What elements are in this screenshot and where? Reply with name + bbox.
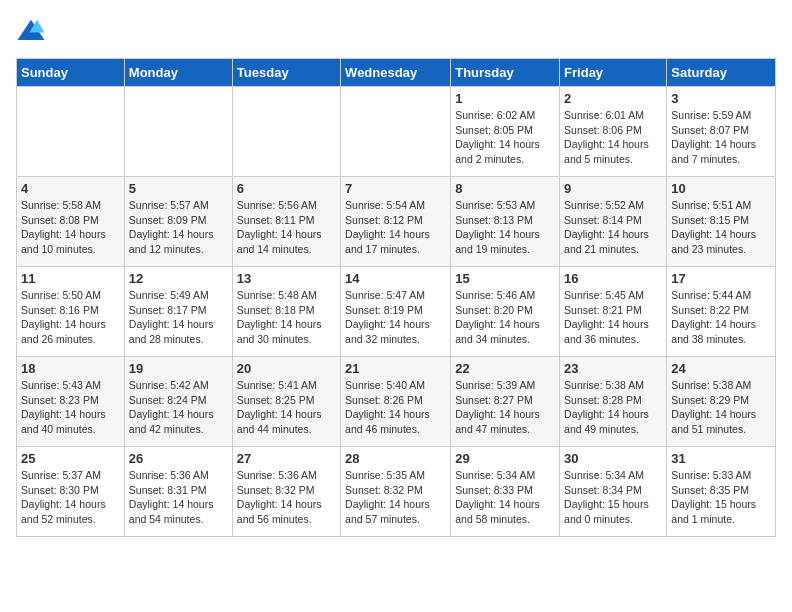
calendar-cell [124,87,232,177]
day-number: 29 [455,451,555,466]
calendar-cell: 27Sunrise: 5:36 AM Sunset: 8:32 PM Dayli… [232,447,340,537]
calendar-week-row: 1Sunrise: 6:02 AM Sunset: 8:05 PM Daylig… [17,87,776,177]
calendar-cell: 7Sunrise: 5:54 AM Sunset: 8:12 PM Daylig… [341,177,451,267]
day-number: 23 [564,361,662,376]
calendar-week-row: 11Sunrise: 5:50 AM Sunset: 8:16 PM Dayli… [17,267,776,357]
calendar-cell: 5Sunrise: 5:57 AM Sunset: 8:09 PM Daylig… [124,177,232,267]
day-number: 28 [345,451,446,466]
calendar-cell [232,87,340,177]
day-info: Sunrise: 5:33 AM Sunset: 8:35 PM Dayligh… [671,468,771,527]
calendar-week-row: 4Sunrise: 5:58 AM Sunset: 8:08 PM Daylig… [17,177,776,267]
day-info: Sunrise: 5:45 AM Sunset: 8:21 PM Dayligh… [564,288,662,347]
calendar-cell: 20Sunrise: 5:41 AM Sunset: 8:25 PM Dayli… [232,357,340,447]
day-number: 26 [129,451,228,466]
day-number: 7 [345,181,446,196]
day-number: 25 [21,451,120,466]
day-number: 8 [455,181,555,196]
day-info: Sunrise: 5:40 AM Sunset: 8:26 PM Dayligh… [345,378,446,437]
day-number: 10 [671,181,771,196]
day-info: Sunrise: 5:44 AM Sunset: 8:22 PM Dayligh… [671,288,771,347]
day-header-monday: Monday [124,59,232,87]
day-number: 18 [21,361,120,376]
day-info: Sunrise: 5:43 AM Sunset: 8:23 PM Dayligh… [21,378,120,437]
logo-icon [16,16,46,46]
calendar-cell: 6Sunrise: 5:56 AM Sunset: 8:11 PM Daylig… [232,177,340,267]
calendar-cell: 29Sunrise: 5:34 AM Sunset: 8:33 PM Dayli… [451,447,560,537]
day-number: 3 [671,91,771,106]
day-number: 4 [21,181,120,196]
day-info: Sunrise: 5:34 AM Sunset: 8:34 PM Dayligh… [564,468,662,527]
day-info: Sunrise: 5:36 AM Sunset: 8:32 PM Dayligh… [237,468,336,527]
day-info: Sunrise: 5:34 AM Sunset: 8:33 PM Dayligh… [455,468,555,527]
calendar-cell: 14Sunrise: 5:47 AM Sunset: 8:19 PM Dayli… [341,267,451,357]
calendar-cell: 9Sunrise: 5:52 AM Sunset: 8:14 PM Daylig… [560,177,667,267]
calendar-cell: 22Sunrise: 5:39 AM Sunset: 8:27 PM Dayli… [451,357,560,447]
day-number: 27 [237,451,336,466]
day-info: Sunrise: 5:48 AM Sunset: 8:18 PM Dayligh… [237,288,336,347]
day-info: Sunrise: 6:02 AM Sunset: 8:05 PM Dayligh… [455,108,555,167]
day-info: Sunrise: 5:41 AM Sunset: 8:25 PM Dayligh… [237,378,336,437]
day-number: 14 [345,271,446,286]
calendar-cell: 16Sunrise: 5:45 AM Sunset: 8:21 PM Dayli… [560,267,667,357]
logo [16,16,48,46]
day-number: 21 [345,361,446,376]
day-number: 19 [129,361,228,376]
calendar-cell: 26Sunrise: 5:36 AM Sunset: 8:31 PM Dayli… [124,447,232,537]
day-info: Sunrise: 5:57 AM Sunset: 8:09 PM Dayligh… [129,198,228,257]
calendar-week-row: 25Sunrise: 5:37 AM Sunset: 8:30 PM Dayli… [17,447,776,537]
calendar-cell: 13Sunrise: 5:48 AM Sunset: 8:18 PM Dayli… [232,267,340,357]
day-number: 22 [455,361,555,376]
day-number: 5 [129,181,228,196]
day-number: 31 [671,451,771,466]
day-number: 11 [21,271,120,286]
day-header-tuesday: Tuesday [232,59,340,87]
day-number: 13 [237,271,336,286]
day-number: 2 [564,91,662,106]
calendar-cell: 2Sunrise: 6:01 AM Sunset: 8:06 PM Daylig… [560,87,667,177]
calendar-cell: 15Sunrise: 5:46 AM Sunset: 8:20 PM Dayli… [451,267,560,357]
day-info: Sunrise: 5:51 AM Sunset: 8:15 PM Dayligh… [671,198,771,257]
day-info: Sunrise: 6:01 AM Sunset: 8:06 PM Dayligh… [564,108,662,167]
day-info: Sunrise: 5:59 AM Sunset: 8:07 PM Dayligh… [671,108,771,167]
day-info: Sunrise: 5:58 AM Sunset: 8:08 PM Dayligh… [21,198,120,257]
day-header-sunday: Sunday [17,59,125,87]
calendar-cell: 18Sunrise: 5:43 AM Sunset: 8:23 PM Dayli… [17,357,125,447]
day-info: Sunrise: 5:50 AM Sunset: 8:16 PM Dayligh… [21,288,120,347]
calendar-cell: 8Sunrise: 5:53 AM Sunset: 8:13 PM Daylig… [451,177,560,267]
day-info: Sunrise: 5:38 AM Sunset: 8:28 PM Dayligh… [564,378,662,437]
calendar-cell: 30Sunrise: 5:34 AM Sunset: 8:34 PM Dayli… [560,447,667,537]
day-header-friday: Friday [560,59,667,87]
calendar-cell [17,87,125,177]
day-info: Sunrise: 5:47 AM Sunset: 8:19 PM Dayligh… [345,288,446,347]
calendar-cell: 19Sunrise: 5:42 AM Sunset: 8:24 PM Dayli… [124,357,232,447]
day-info: Sunrise: 5:49 AM Sunset: 8:17 PM Dayligh… [129,288,228,347]
day-info: Sunrise: 5:53 AM Sunset: 8:13 PM Dayligh… [455,198,555,257]
day-number: 20 [237,361,336,376]
day-number: 12 [129,271,228,286]
day-header-thursday: Thursday [451,59,560,87]
day-info: Sunrise: 5:38 AM Sunset: 8:29 PM Dayligh… [671,378,771,437]
day-number: 9 [564,181,662,196]
calendar-cell: 1Sunrise: 6:02 AM Sunset: 8:05 PM Daylig… [451,87,560,177]
calendar-table: SundayMondayTuesdayWednesdayThursdayFrid… [16,58,776,537]
day-info: Sunrise: 5:42 AM Sunset: 8:24 PM Dayligh… [129,378,228,437]
calendar-cell: 17Sunrise: 5:44 AM Sunset: 8:22 PM Dayli… [667,267,776,357]
day-number: 6 [237,181,336,196]
day-info: Sunrise: 5:37 AM Sunset: 8:30 PM Dayligh… [21,468,120,527]
calendar-cell: 23Sunrise: 5:38 AM Sunset: 8:28 PM Dayli… [560,357,667,447]
day-number: 1 [455,91,555,106]
day-info: Sunrise: 5:46 AM Sunset: 8:20 PM Dayligh… [455,288,555,347]
day-info: Sunrise: 5:35 AM Sunset: 8:32 PM Dayligh… [345,468,446,527]
day-header-wednesday: Wednesday [341,59,451,87]
day-number: 16 [564,271,662,286]
calendar-cell: 3Sunrise: 5:59 AM Sunset: 8:07 PM Daylig… [667,87,776,177]
calendar-header-row: SundayMondayTuesdayWednesdayThursdayFrid… [17,59,776,87]
day-number: 17 [671,271,771,286]
calendar-cell: 28Sunrise: 5:35 AM Sunset: 8:32 PM Dayli… [341,447,451,537]
day-info: Sunrise: 5:36 AM Sunset: 8:31 PM Dayligh… [129,468,228,527]
day-info: Sunrise: 5:54 AM Sunset: 8:12 PM Dayligh… [345,198,446,257]
calendar-cell: 10Sunrise: 5:51 AM Sunset: 8:15 PM Dayli… [667,177,776,267]
calendar-cell: 24Sunrise: 5:38 AM Sunset: 8:29 PM Dayli… [667,357,776,447]
day-info: Sunrise: 5:56 AM Sunset: 8:11 PM Dayligh… [237,198,336,257]
calendar-week-row: 18Sunrise: 5:43 AM Sunset: 8:23 PM Dayli… [17,357,776,447]
